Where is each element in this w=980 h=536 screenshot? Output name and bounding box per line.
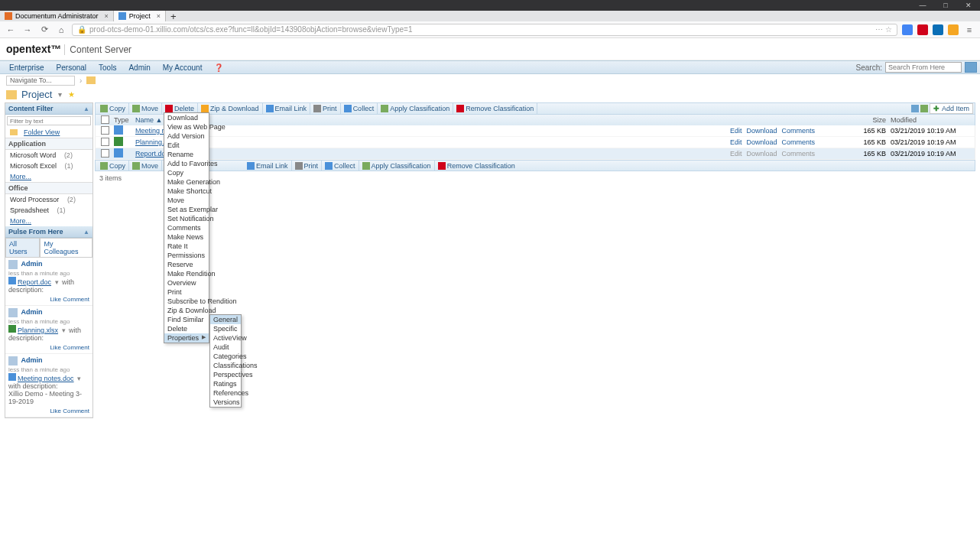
ctx-print[interactable]: Print: [164, 287, 209, 297]
email-button[interactable]: Email Link: [263, 103, 311, 114]
home-button[interactable]: ⌂: [55, 24, 67, 36]
comment-link[interactable]: Comment: [63, 296, 89, 303]
pulse-header[interactable]: Pulse From Here ▲: [5, 226, 92, 238]
ctx-permissions[interactable]: Permissions: [164, 251, 209, 260]
copy-button[interactable]: Copy: [97, 161, 129, 171]
collect-button[interactable]: Collect: [341, 103, 378, 114]
print-button[interactable]: Print: [292, 161, 323, 171]
reload-button[interactable]: ⟳: [38, 24, 50, 36]
row-checkbox[interactable]: [101, 126, 109, 135]
menu-button[interactable]: ≡: [963, 24, 975, 36]
ctx-subscribe-rendition[interactable]: Subscribe to Rendition: [164, 297, 209, 306]
search-input[interactable]: [885, 62, 962, 73]
comments-action[interactable]: Comments: [782, 127, 816, 135]
ctx-comments[interactable]: Comments: [164, 223, 209, 232]
ctx-make-shortcut[interactable]: Make Shortcut: [164, 187, 209, 196]
remove-class-button[interactable]: Remove Classification: [453, 103, 537, 114]
nav-my-account[interactable]: My Account: [157, 63, 209, 72]
ctx-copy[interactable]: Copy: [164, 168, 209, 177]
content-filter-header[interactable]: Content Filter ▲: [5, 103, 92, 115]
ctx-make-rendition[interactable]: Make Rendition: [164, 269, 209, 278]
edit-action[interactable]: Edit: [730, 138, 742, 146]
tab-documentum[interactable]: Documentum Administrator ×: [0, 11, 114, 21]
more-link[interactable]: More...: [5, 171, 92, 182]
favorite-star-icon[interactable]: ★: [68, 90, 75, 99]
comment-link[interactable]: Comment: [63, 344, 89, 351]
more-link[interactable]: More...: [5, 216, 92, 226]
copy-button[interactable]: Copy: [97, 103, 129, 114]
pulse-user[interactable]: Admin: [21, 356, 43, 364]
apply-class-button[interactable]: Apply Classification: [359, 161, 435, 171]
extension-icon[interactable]: [933, 24, 943, 35]
comments-action[interactable]: Comments: [782, 138, 816, 146]
apply-class-button[interactable]: Apply Classification: [378, 103, 453, 114]
select-all-checkbox[interactable]: [101, 115, 109, 124]
like-link[interactable]: Like: [50, 296, 61, 303]
col-modified[interactable]: Modified: [891, 116, 975, 124]
email-button[interactable]: Email Link: [244, 161, 292, 171]
ctx-move[interactable]: Move: [164, 196, 209, 205]
pulse-doc-link[interactable]: Meeting notes.doc: [18, 375, 74, 382]
sub-references[interactable]: References: [210, 388, 241, 398]
sub-classifications[interactable]: Classifications: [210, 361, 241, 370]
forward-button[interactable]: →: [21, 24, 34, 36]
ctx-edit[interactable]: Edit: [164, 141, 209, 150]
ctx-set-notification[interactable]: Set Notification: [164, 214, 209, 223]
pulse-doc-dropdown[interactable]: ▾: [76, 375, 83, 382]
ctx-properties[interactable]: Properties▶: [164, 333, 209, 343]
extension-icon[interactable]: [917, 24, 928, 35]
pulse-doc-dropdown[interactable]: ▾: [60, 326, 67, 334]
download-action[interactable]: Download: [747, 138, 777, 146]
move-button[interactable]: Move: [129, 161, 162, 171]
url-field[interactable]: 🔒 prod-otcs-demo-01.xillio.com/otcs/cs.e…: [72, 24, 897, 36]
ctx-delete[interactable]: Delete: [164, 324, 209, 333]
nav-admin[interactable]: Admin: [122, 63, 156, 72]
ctx-add-version[interactable]: Add Version: [164, 132, 209, 141]
navigate-to-dropdown[interactable]: Navigate To...: [6, 76, 75, 86]
filter-input[interactable]: [7, 116, 91, 125]
close-window-button[interactable]: ✕: [957, 0, 980, 11]
refresh-icon[interactable]: [911, 105, 919, 112]
like-link[interactable]: Like: [50, 408, 61, 414]
sub-perspectives[interactable]: Perspectives: [210, 370, 241, 379]
office-filter-ss[interactable]: Spreadsheet (1): [5, 205, 92, 216]
edit-action[interactable]: Edit: [730, 150, 742, 158]
collect-button[interactable]: Collect: [322, 161, 359, 171]
ctx-view-web[interactable]: View as Web Page: [164, 122, 209, 132]
ctx-add-favorites[interactable]: Add to Favorites: [164, 159, 209, 168]
comment-link[interactable]: Comment: [63, 408, 89, 414]
maximize-button[interactable]: □: [934, 0, 957, 11]
row-checkbox[interactable]: [101, 138, 109, 146]
col-type[interactable]: Type: [114, 116, 132, 124]
nav-help-icon[interactable]: ❓: [208, 63, 229, 72]
pulse-doc-dropdown[interactable]: ▾: [54, 278, 60, 286]
sub-general[interactable]: General: [210, 315, 241, 324]
close-tab-icon[interactable]: ×: [157, 12, 161, 20]
ctx-make-generation[interactable]: Make Generation: [164, 177, 209, 187]
remove-class-button[interactable]: Remove Classification: [435, 161, 518, 171]
minimize-button[interactable]: —: [911, 0, 934, 11]
extension-icon[interactable]: [948, 24, 959, 35]
ctx-find-similar[interactable]: Find Similar: [164, 315, 209, 324]
extension-icon[interactable]: [902, 24, 913, 35]
sub-versions[interactable]: Versions: [210, 398, 241, 407]
collapse-icon[interactable]: ▲: [83, 229, 89, 236]
pulse-doc-link[interactable]: Planning.xlsx: [18, 326, 58, 334]
collapse-icon[interactable]: ▲: [83, 106, 89, 112]
app-filter-word[interactable]: Microsoft Word (2): [5, 150, 92, 161]
ctx-download[interactable]: Download: [164, 113, 209, 122]
office-filter-wp[interactable]: Word Processor (2): [5, 194, 92, 205]
nav-tools[interactable]: Tools: [92, 63, 122, 72]
like-link[interactable]: Like: [50, 344, 61, 351]
edit-action[interactable]: Edit: [730, 127, 742, 135]
row-checkbox[interactable]: [101, 149, 109, 158]
sub-specific[interactable]: Specific: [210, 324, 241, 333]
download-action[interactable]: Download: [747, 127, 777, 135]
ctx-overview[interactable]: Overview: [164, 278, 209, 287]
app-filter-excel[interactable]: Microsoft Excel (1): [5, 161, 92, 171]
pulse-doc-link[interactable]: Report.doc: [18, 278, 51, 286]
print-button[interactable]: Print: [310, 103, 341, 114]
pulse-user[interactable]: Admin: [21, 308, 43, 316]
add-item-button[interactable]: ✚Add Item: [930, 103, 973, 114]
move-button[interactable]: Move: [129, 103, 162, 114]
